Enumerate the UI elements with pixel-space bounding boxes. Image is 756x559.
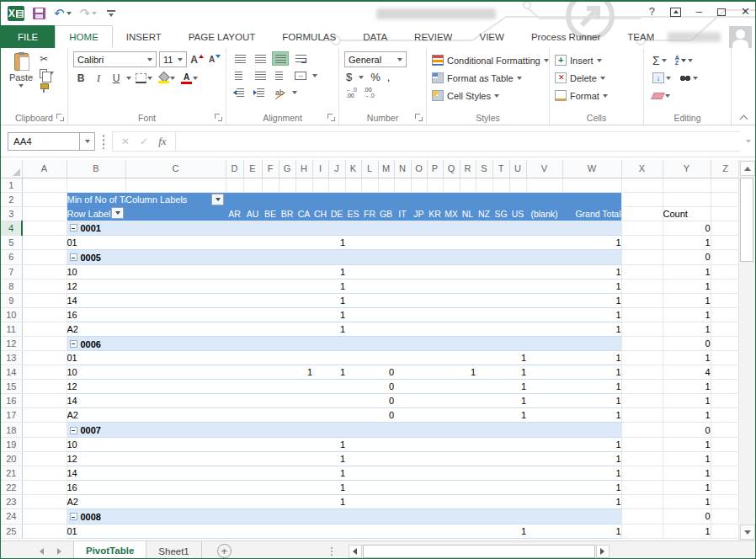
cell-G4[interactable] [279,221,295,235]
cell-W13[interactable]: 1 [562,351,621,365]
name-box[interactable]: AA4 [8,132,80,151]
cell-S2[interactable] [476,192,492,206]
cell-O15[interactable] [411,380,427,394]
cell-J8[interactable]: 1 [328,279,345,293]
cell-X20[interactable] [621,452,663,466]
tab-file[interactable]: FILE [1,25,55,48]
cell-L8[interactable] [361,279,378,293]
cell-U11[interactable] [509,322,526,336]
cell-W25[interactable]: 1 [562,524,621,538]
cell-B11[interactable]: A2 [67,322,125,336]
cell-R23[interactable] [460,495,476,509]
cell-O6[interactable] [411,249,427,264]
cell-Q7[interactable] [443,264,460,279]
cell-B23[interactable]: A2 [67,495,125,509]
cell-G13[interactable] [279,351,295,365]
cell-B14[interactable]: 10 [67,365,125,380]
cell-S15[interactable] [476,380,492,394]
cell-X1[interactable] [621,178,663,192]
minimize-button[interactable]: – [696,4,702,19]
cell-D21[interactable] [226,466,243,481]
row-header-25[interactable]: 25 [1,524,22,538]
cell-V14[interactable] [526,365,562,380]
cell-F15[interactable] [262,380,279,394]
cell-L12[interactable] [361,336,378,351]
cell-U19[interactable] [509,438,526,452]
cell-D19[interactable] [226,438,243,452]
cell-T5[interactable] [492,235,509,249]
cell-U25[interactable]: 1 [509,524,526,538]
cell-Y12[interactable]: 0 [663,336,711,351]
cell-N11[interactable] [394,322,411,336]
cell-X23[interactable] [621,495,663,509]
cell-M25[interactable] [378,524,394,538]
cell-L25[interactable] [361,524,378,538]
cell-L15[interactable] [361,380,378,394]
cell-J16[interactable] [328,394,345,408]
cell-Y6[interactable]: 0 [663,249,711,264]
cell-A12[interactable] [22,336,67,351]
cell-K10[interactable] [345,307,361,322]
cell-O1[interactable] [411,178,427,192]
column-header-J[interactable]: J [328,160,345,178]
cell-I1[interactable] [312,178,328,192]
cell-K11[interactable] [345,322,361,336]
cell-G20[interactable] [279,452,295,466]
cell-Y7[interactable]: 1 [663,264,711,279]
autosum-button[interactable]: Σ [652,55,667,67]
cell-D9[interactable] [226,293,243,307]
cell-K25[interactable] [345,524,361,538]
decrease-decimal-button[interactable]: .00→.0 [364,87,375,98]
cell-S16[interactable] [476,394,492,408]
fill-button[interactable]: ↓ [652,72,671,83]
cell-H13[interactable] [295,351,312,365]
cell-T10[interactable] [492,307,509,322]
cell-A1[interactable] [22,178,67,192]
cell-R25[interactable] [460,524,476,538]
cell-Z12[interactable] [711,336,740,351]
cell-T6[interactable] [492,249,509,264]
cell-L22[interactable] [361,481,378,495]
cell-H15[interactable] [295,380,312,394]
cell-I12[interactable] [312,336,328,351]
row-header-15[interactable]: 15 [1,380,22,394]
cell-Z15[interactable] [711,380,740,394]
cell-Q23[interactable] [443,495,460,509]
cell-N25[interactable] [394,524,411,538]
cell-I4[interactable] [312,221,328,235]
cell-X14[interactable] [621,365,663,380]
cell-Y17[interactable]: 1 [663,408,711,423]
cell-V16[interactable] [526,394,562,408]
cell-T20[interactable] [492,452,509,466]
row-header-6[interactable]: 6 [1,249,22,264]
font-color-button[interactable]: A [179,71,200,86]
accounting-format-button[interactable]: $ [346,71,352,83]
cell-T22[interactable] [492,481,509,495]
cell-R13[interactable] [460,351,476,365]
cell-Y10[interactable]: 1 [663,307,711,322]
cell-J14[interactable]: 1 [328,365,345,380]
column-header-W[interactable]: W [562,160,621,178]
cell-R8[interactable] [460,279,476,293]
cell-G19[interactable] [279,438,295,452]
cell-B2[interactable]: Min of No of Tax [67,192,125,206]
cut-button[interactable]: ✂ [40,53,54,65]
cell-Y18[interactable]: 0 [663,423,711,438]
cell-T4[interactable] [492,221,509,235]
cell-A18[interactable] [22,423,67,438]
cell-Q10[interactable] [443,307,460,322]
cell-V13[interactable] [526,351,562,365]
cell-G17[interactable] [279,408,295,423]
cell-L9[interactable] [361,293,378,307]
cell-N9[interactable] [394,293,411,307]
cell-D3[interactable]: AR [226,206,243,221]
collapse-button[interactable] [70,340,77,348]
cell-W9[interactable]: 1 [562,293,621,307]
cell-H21[interactable] [295,466,312,481]
cell-Q2[interactable] [443,192,460,206]
cell-E20[interactable] [243,452,262,466]
cell-T1[interactable] [492,178,509,192]
customize-qat-button[interactable] [107,10,115,17]
cell-K18[interactable] [345,423,361,438]
cell-W4[interactable] [562,221,621,235]
